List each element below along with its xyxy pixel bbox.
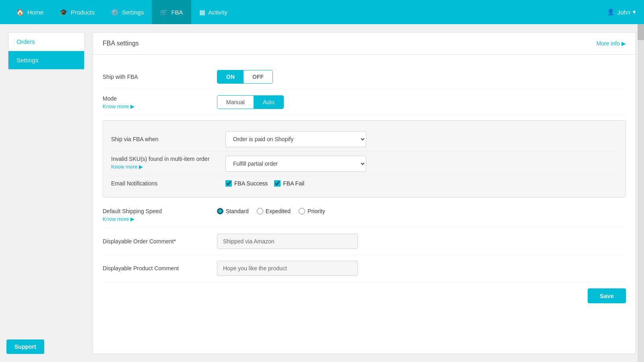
scrollbar[interactable] bbox=[638, 24, 644, 362]
expedited-radio-label[interactable]: Expedited bbox=[257, 208, 291, 214]
invalid-sku-label: Invalid SKU(s) found in multi-item order bbox=[111, 156, 216, 162]
email-notifications-label: Email Notifications bbox=[111, 180, 216, 187]
nav-activity[interactable]: ▦ Activity bbox=[191, 0, 236, 24]
standard-radio[interactable] bbox=[217, 208, 223, 214]
email-notifications-row: Email Notifications FBA Success FBA Fail bbox=[111, 176, 617, 191]
mode-manual-button[interactable]: Manual bbox=[217, 96, 254, 109]
nav-settings[interactable]: ⚙️ Settings bbox=[103, 0, 152, 24]
nav-settings-label: Settings bbox=[122, 9, 144, 16]
nav-products[interactable]: 🎓 Products bbox=[52, 0, 103, 24]
order-comment-label: Displayable Order Comment* bbox=[103, 238, 207, 245]
activity-icon: ▦ bbox=[199, 8, 205, 16]
products-icon: 🎓 bbox=[60, 8, 68, 16]
sidebar-item-settings[interactable]: Settings bbox=[8, 51, 84, 70]
email-checkboxes: FBA Success FBA Fail bbox=[225, 180, 304, 187]
navbar: 🏠 Home 🎓 Products ⚙️ Settings 🛒 FBA ▦ Ac… bbox=[0, 0, 644, 24]
mode-label: Mode bbox=[103, 95, 207, 102]
shipping-speed-know-more-link[interactable]: Know more ▶ bbox=[103, 216, 207, 222]
ship-with-fba-label: Ship with FBA bbox=[103, 74, 207, 80]
user-menu[interactable]: 👤 John ▾ bbox=[607, 8, 636, 16]
save-button[interactable]: Save bbox=[588, 288, 626, 303]
sidebar: Orders Settings bbox=[8, 32, 85, 70]
shipping-speed-label-group: Default Shipping Speed Know more ▶ bbox=[103, 208, 207, 222]
priority-radio-label[interactable]: Priority bbox=[299, 208, 325, 214]
nav-fba-label: FBA bbox=[171, 9, 183, 16]
mode-know-more-link[interactable]: Know more ▶ bbox=[103, 103, 207, 109]
fba-success-label: FBA Success bbox=[234, 180, 268, 187]
sidebar-item-orders[interactable]: Orders bbox=[8, 33, 84, 51]
more-info-arrow-icon: ▶ bbox=[621, 40, 626, 47]
invalid-sku-row: Invalid SKU(s) found in multi-item order… bbox=[111, 152, 617, 176]
ship-via-label: Ship via FBA when bbox=[111, 136, 216, 142]
nav-fba[interactable]: 🛒 FBA bbox=[152, 0, 191, 24]
expedited-radio-text: Expedited bbox=[266, 208, 291, 214]
fba-fail-checkbox[interactable] bbox=[274, 180, 281, 187]
save-row: Save bbox=[103, 282, 626, 305]
nav-home-label: Home bbox=[27, 9, 43, 16]
mode-label-group: Mode Know more ▶ bbox=[103, 95, 207, 109]
invalid-sku-know-more-link[interactable]: Know more ▶ bbox=[111, 164, 216, 170]
standard-radio-text: Standard bbox=[226, 208, 249, 214]
more-info-link[interactable]: More info ▶ bbox=[597, 40, 626, 47]
settings-body: Ship with FBA ON OFF Mode Know more ▶ Ma… bbox=[93, 55, 636, 315]
shipping-speed-radios: Standard Expedited Priority bbox=[217, 208, 325, 214]
fba-success-checkbox[interactable] bbox=[225, 180, 232, 187]
user-name: John bbox=[617, 9, 630, 16]
product-comment-input[interactable] bbox=[217, 261, 358, 276]
toggle-on-button[interactable]: ON bbox=[217, 70, 244, 83]
fba-fail-checkbox-label[interactable]: FBA Fail bbox=[274, 180, 304, 187]
priority-radio[interactable] bbox=[299, 208, 305, 214]
user-chevron-icon: ▾ bbox=[633, 8, 636, 16]
scrollbar-thumb[interactable] bbox=[638, 24, 644, 40]
mode-row: Mode Know more ▶ Manual Auto bbox=[103, 90, 626, 115]
fba-success-checkbox-label[interactable]: FBA Success bbox=[225, 180, 268, 187]
gray-box: Ship via FBA when Order is paid on Shopi… bbox=[103, 120, 626, 197]
settings-header: FBA settings More info ▶ bbox=[93, 33, 636, 55]
standard-radio-label[interactable]: Standard bbox=[217, 208, 249, 214]
ship-via-select[interactable]: Order is paid on Shopify Order is create… bbox=[225, 131, 366, 147]
expedited-radio[interactable] bbox=[257, 208, 263, 214]
nav-activity-label: Activity bbox=[208, 9, 228, 16]
mode-auto-button[interactable]: Auto bbox=[254, 96, 283, 109]
ship-fba-toggle: ON OFF bbox=[217, 70, 273, 84]
nav-items: 🏠 Home 🎓 Products ⚙️ Settings 🛒 FBA ▦ Ac… bbox=[8, 0, 607, 24]
order-comment-input[interactable] bbox=[217, 234, 358, 249]
main-content: FBA settings More info ▶ Ship with FBA O… bbox=[93, 32, 636, 354]
nav-home[interactable]: 🏠 Home bbox=[8, 0, 52, 24]
page-layout: Orders Settings FBA settings More info ▶… bbox=[0, 24, 644, 362]
support-button[interactable]: Support bbox=[6, 339, 44, 354]
nav-products-label: Products bbox=[71, 9, 95, 16]
ship-via-row: Ship via FBA when Order is paid on Shopi… bbox=[111, 127, 617, 152]
shipping-speed-label: Default Shipping Speed bbox=[103, 208, 207, 214]
fba-fail-label: FBA Fail bbox=[283, 180, 304, 187]
order-comment-row: Displayable Order Comment* bbox=[103, 228, 626, 255]
settings-title: FBA settings bbox=[103, 40, 139, 47]
invalid-sku-select[interactable]: Fulfill partial order Do not fulfill ord… bbox=[225, 156, 366, 172]
shipping-speed-row: Default Shipping Speed Know more ▶ Stand… bbox=[103, 202, 626, 228]
invalid-sku-label-group: Invalid SKU(s) found in multi-item order… bbox=[111, 156, 216, 170]
ship-with-fba-row: Ship with FBA ON OFF bbox=[103, 64, 626, 90]
product-comment-row: Displayable Product Comment bbox=[103, 255, 626, 282]
priority-radio-text: Priority bbox=[308, 208, 325, 214]
fba-icon: 🛒 bbox=[160, 8, 168, 16]
product-comment-label: Displayable Product Comment bbox=[103, 265, 207, 272]
toggle-off-button[interactable]: OFF bbox=[244, 70, 272, 83]
mode-toggle: Manual Auto bbox=[217, 95, 284, 109]
home-icon: 🏠 bbox=[16, 8, 24, 16]
user-icon: 👤 bbox=[607, 8, 615, 16]
settings-icon: ⚙️ bbox=[111, 8, 119, 16]
